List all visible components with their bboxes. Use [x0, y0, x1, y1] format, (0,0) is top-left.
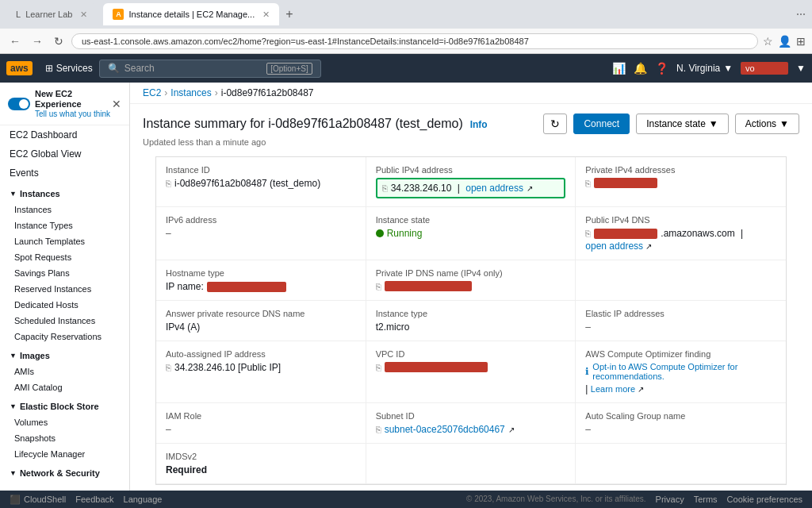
public-ipv4-label: Public IPv4 address — [376, 165, 566, 175]
public-dns-redacted — [594, 229, 657, 239]
summary-info-link[interactable]: Info — [470, 119, 488, 130]
sidebar-section-instances[interactable]: ▼ Instances — [0, 183, 129, 202]
sidebar-section-ebs-label: Elastic Block Store — [20, 402, 99, 411]
breadcrumb-ec2[interactable]: EC2 — [143, 87, 161, 98]
help-icon[interactable]: ❓ — [655, 62, 668, 75]
forward-button[interactable]: → — [29, 33, 46, 49]
running-dot-icon — [376, 229, 384, 237]
private-ip-dns-label: Private IP DNS name (IPv4 only) — [376, 268, 566, 278]
sidebar-item-lifecycle-manager[interactable]: Lifecycle Manager — [0, 446, 129, 462]
summary-actions: ↻ Connect Instance state ▼ Actions ▼ — [543, 114, 799, 134]
tab-learner-close[interactable]: ✕ — [80, 10, 87, 20]
sidebar-section-network-security[interactable]: ▼ Network & Security — [0, 462, 129, 481]
sidebar-item-savings-plans[interactable]: Savings Plans — [0, 265, 129, 281]
auto-assigned-ip-label: Auto-assigned IP address — [166, 349, 356, 359]
sidebar-item-snapshots[interactable]: Snapshots — [0, 430, 129, 446]
actions-button[interactable]: Actions ▼ — [735, 114, 799, 134]
instance-state-chevron-icon: ▼ — [709, 118, 718, 129]
tab-learner[interactable]: L Learner Lab ✕ — [6, 3, 97, 25]
auto-ip-copy-icon[interactable]: ⎘ — [166, 363, 171, 372]
public-ipv4-copy-icon[interactable]: ⎘ — [382, 183, 388, 193]
feedback-button[interactable]: Feedback — [75, 495, 113, 504]
more-tabs-button[interactable]: ⋯ — [796, 9, 806, 20]
cloudwatch-icon[interactable]: 📊 — [612, 62, 626, 75]
sidebar-item-amis[interactable]: AMIs — [0, 364, 129, 379]
new-ec2-label: New EC2 Experience — [35, 89, 112, 110]
public-dns-copy-icon[interactable]: ⎘ — [585, 229, 591, 238]
extensions-icon[interactable]: ⊞ — [796, 35, 806, 48]
sidebar-section-ebs[interactable]: ▼ Elastic Block Store — [0, 395, 129, 414]
sidebar-item-launch-templates[interactable]: Launch Templates — [0, 233, 129, 249]
region-label: N. Virginia — [676, 63, 720, 74]
sidebar-item-capacity-reservations[interactable]: Capacity Reservations — [0, 329, 129, 344]
account-chevron-icon[interactable]: ▼ — [796, 63, 806, 74]
sidebar-item-reserved-instances[interactable]: Reserved Instances — [0, 281, 129, 297]
sidebar-item-spot-requests[interactable]: Spot Requests — [0, 249, 129, 265]
new-tab-button[interactable]: + — [285, 7, 293, 21]
cookie-preferences-link[interactable]: Cookie preferences — [727, 495, 802, 504]
public-dns-open-link[interactable]: open address — [585, 241, 643, 252]
sidebar-label-reserved-instances: Reserved Instances — [14, 284, 91, 294]
vpc-id-cell: VPC ID ⎘ — [366, 341, 576, 403]
learn-more-link[interactable]: Learn more — [591, 384, 635, 394]
search-input[interactable] — [124, 63, 262, 74]
ipv6-label: IPv6 address — [166, 215, 356, 225]
bell-icon[interactable]: 🔔 — [634, 62, 647, 75]
sidebar-item-events[interactable]: Events — [0, 164, 129, 183]
url-bar[interactable]: us-east-1.console.aws.amazon.com/ec2/hom… — [71, 33, 758, 49]
instance-id-copy-icon[interactable]: ⎘ — [166, 179, 171, 188]
sidebar-item-scheduled-instances[interactable]: Scheduled Instances — [0, 313, 129, 329]
subnet-copy-icon[interactable]: ⎘ — [376, 425, 381, 434]
back-button[interactable]: ← — [6, 33, 24, 49]
empty-cell-7c — [576, 444, 786, 484]
answer-dns-label: Answer private resource DNS name — [166, 309, 356, 318]
private-dns-copy-icon[interactable]: ⎘ — [376, 282, 381, 291]
refresh-button[interactable]: ↻ — [51, 33, 67, 49]
user-label[interactable]: vo — [741, 62, 788, 75]
sidebar-item-ami-catalog[interactable]: AMI Catalog — [0, 379, 129, 395]
answer-dns-value: IPv4 (A) — [166, 321, 356, 333]
breadcrumb-instances[interactable]: Instances — [170, 87, 211, 98]
optimizer-link[interactable]: Opt-in to AWS Compute Optimizer for reco… — [592, 362, 776, 381]
terms-link[interactable]: Terms — [694, 495, 718, 504]
sidebar-section-network-label: Network & Security — [20, 468, 100, 478]
sidebar-item-volumes[interactable]: Volumes — [0, 414, 129, 430]
refresh-button[interactable]: ↻ — [543, 114, 567, 134]
instance-summary: Instance summary for i-0d8e97f61a2b08487… — [130, 104, 812, 491]
new-ec2-toggle[interactable] — [8, 98, 30, 110]
services-button[interactable]: ⊞ Services — [39, 60, 99, 77]
tab-ec2-close[interactable]: ✕ — [262, 10, 270, 20]
connect-button[interactable]: Connect — [573, 114, 630, 134]
public-ipv4-open-link[interactable]: open address — [465, 183, 523, 194]
sidebar-label-capacity-reservations: Capacity Reservations — [14, 332, 102, 341]
cloudshell-button[interactable]: ⬛ CloudShell — [10, 495, 66, 505]
tab-ec2[interactable]: A Instance details | EC2 Manage... ✕ — [103, 3, 279, 25]
sidebar-close-button[interactable]: ✕ — [112, 98, 121, 110]
address-bar: ← → ↻ us-east-1.console.aws.amazon.com/e… — [0, 29, 812, 54]
bookmark-icon[interactable]: ☆ — [763, 35, 773, 48]
subnet-id-link[interactable]: subnet-0ace25076dcb60467 — [385, 424, 505, 435]
sidebar-item-ec2-dashboard[interactable]: EC2 Dashboard — [0, 125, 129, 144]
new-ec2-link[interactable]: Tell us what you think — [35, 110, 112, 118]
sidebar-label-volumes: Volumes — [14, 418, 48, 427]
instance-state-cell: Instance state Running — [366, 207, 576, 260]
search-icon: 🔍 — [108, 63, 120, 74]
instance-state-button[interactable]: Instance state ▼ — [636, 114, 729, 134]
learner-favicon: L — [16, 10, 21, 19]
privacy-link[interactable]: Privacy — [656, 495, 684, 504]
private-ipv4-copy-icon[interactable]: ⎘ — [585, 179, 591, 188]
sidebar-item-instance-types[interactable]: Instance Types — [0, 217, 129, 233]
sidebar-item-dedicated-hosts[interactable]: Dedicated Hosts — [0, 297, 129, 313]
sidebar-item-ec2-global-view[interactable]: EC2 Global View — [0, 144, 129, 164]
region-selector[interactable]: N. Virginia ▼ — [676, 63, 733, 74]
language-button[interactable]: Language — [124, 495, 163, 504]
sidebar-section-images[interactable]: ▼ Images — [0, 344, 129, 364]
sidebar-item-instances[interactable]: Instances — [0, 202, 129, 217]
profile-icon[interactable]: 👤 — [778, 35, 791, 48]
search-bar[interactable]: 🔍 [Option+S] — [99, 60, 321, 78]
breadcrumb: EC2 › Instances › i-0d8e97f61a2b08487 — [130, 83, 812, 104]
subnet-ext-icon: ↗ — [508, 425, 515, 434]
vpc-copy-icon[interactable]: ⎘ — [376, 363, 381, 372]
ipv6-cell: IPv6 address – — [156, 207, 366, 260]
cloudshell-label: CloudShell — [24, 495, 66, 504]
